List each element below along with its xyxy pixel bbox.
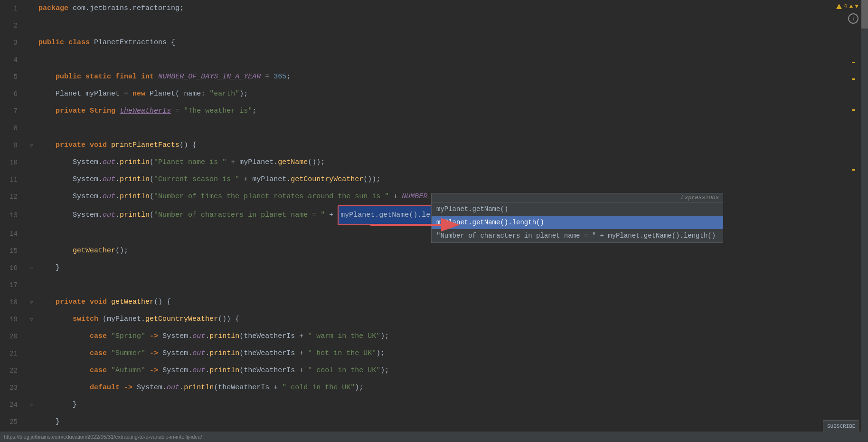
line-content-22: case "Autumn" -> System.out.println(theW… xyxy=(37,362,868,379)
line-content-21: case "Summer" -> System.out.println(theW… xyxy=(37,345,868,362)
line-16: 16 ○ } xyxy=(0,259,868,277)
red-arrow xyxy=(370,215,465,237)
line-7: 7 private String theWeatherIs = "The wea… xyxy=(0,103,868,120)
line-8: 8 xyxy=(0,120,868,137)
line-content-11: System.out.println("Current season is " … xyxy=(37,171,868,188)
warning-stripe xyxy=(858,0,861,442)
line-content-16: } xyxy=(37,259,868,277)
line-content-20: case "Spring" -> System.out.println(theW… xyxy=(37,328,868,345)
line-content-23: default -> System.out.println(theWeather… xyxy=(37,379,868,396)
line-number-12: 12 xyxy=(0,193,26,201)
autocomplete-item-3[interactable]: "Number of characters in planet name = "… xyxy=(432,229,723,242)
gutter-18: ▽ xyxy=(26,299,37,306)
line-number-23: 23 xyxy=(0,384,26,392)
warning-count-area: 4 ▲ ▼ xyxy=(836,3,859,10)
line-content-6: Planet myPlanet = new Planet( name: "ear… xyxy=(37,86,868,103)
autocomplete-item-2[interactable]: myPlanet.getName().length() xyxy=(432,216,723,229)
warning-triangle-icon xyxy=(836,4,842,9)
popup-header: Expressions xyxy=(432,193,723,202)
line-number-1: 1 xyxy=(0,5,26,12)
line-19: 19 ▽ switch (myPlanet.getCountryWeather(… xyxy=(0,311,868,328)
line-number-4: 4 xyxy=(0,56,26,64)
line-number-5: 5 xyxy=(0,73,26,81)
warn-mark-1 xyxy=(852,62,855,63)
line-number-19: 19 xyxy=(0,316,26,323)
line-21: 21 case "Summer" -> System.out.println(t… xyxy=(0,345,868,362)
subscribe-button[interactable]: SUBSCRIBE xyxy=(823,420,859,432)
line-9: 9 ▽ private void printPlanetFacts() { xyxy=(0,137,868,154)
line-5: 5 public static final int NUMBER_OF_DAYS… xyxy=(0,68,868,86)
line-22: 22 case "Autumn" -> System.out.println(t… xyxy=(0,362,868,379)
line-17: 17 xyxy=(0,277,868,294)
line-23: 23 default -> System.out.println(theWeat… xyxy=(0,379,868,396)
autocomplete-popup[interactable]: Expressions myPlanet.getName() myPlanet.… xyxy=(431,193,723,243)
line-number-15: 15 xyxy=(0,247,26,255)
line-number-16: 16 xyxy=(0,264,26,272)
warn-mark-2 xyxy=(852,78,855,80)
line-15: 15 getWeather(); xyxy=(0,242,868,259)
line-number-3: 3 xyxy=(0,39,26,47)
warning-count: 4 xyxy=(844,3,848,10)
line-6: 6 Planet myPlanet = new Planet( name: "e… xyxy=(0,86,868,103)
info-icon: i xyxy=(848,13,859,24)
line-number-13: 13 xyxy=(0,211,26,219)
warn-mark-4 xyxy=(852,169,855,171)
line-20: 20 case "Spring" -> System.out.println(t… xyxy=(0,328,868,345)
scrollbar-thumb[interactable] xyxy=(861,0,868,29)
gutter-16: ○ xyxy=(26,265,37,271)
gutter-24: ○ xyxy=(26,402,37,408)
line-11: 11 System.out.println("Current season is… xyxy=(0,171,868,188)
line-10: 10 System.out.println("Planet name is " … xyxy=(0,154,868,171)
line-number-10: 10 xyxy=(0,159,26,166)
warn-mark-3 xyxy=(852,109,855,111)
line-content-19: switch (myPlanet.getCountryWeather()) { xyxy=(37,311,868,328)
line-number-20: 20 xyxy=(0,333,26,340)
line-number-24: 24 xyxy=(0,401,26,409)
line-content-9: private void printPlanetFacts() { xyxy=(37,137,868,154)
line-18: 18 ▽ private void getWeather() { xyxy=(0,294,868,311)
line-3: 3 public class PlanetExtractions { xyxy=(0,34,868,51)
gutter-19: ▽ xyxy=(26,317,37,323)
line-number-2: 2 xyxy=(0,22,26,29)
line-number-18: 18 xyxy=(0,298,26,306)
gutter-9: ▽ xyxy=(26,143,37,149)
scrollbar[interactable] xyxy=(861,0,868,442)
line-content-10: System.out.println("Planet name is " + m… xyxy=(37,154,868,171)
autocomplete-item-1[interactable]: myPlanet.getName() xyxy=(432,202,723,216)
line-4: 4 xyxy=(0,51,868,68)
url-bar: https://blog.jetbrains.com/education/202… xyxy=(0,432,868,442)
line-1: 1 package com.jetbrains.refactoring; xyxy=(0,0,868,17)
line-content-15: getWeather(); xyxy=(37,242,868,259)
line-number-21: 21 xyxy=(0,350,26,357)
line-24: 24 ○ } xyxy=(0,396,868,413)
line-number-6: 6 xyxy=(0,90,26,98)
line-number-7: 7 xyxy=(0,107,26,115)
line-content-7: private String theWeatherIs = "The weath… xyxy=(37,103,868,120)
line-content-18: private void getWeather() { xyxy=(37,294,868,311)
line-number-25: 25 xyxy=(0,418,26,426)
line-content-1: package com.jetbrains.refactoring; xyxy=(37,0,868,17)
line-number-17: 17 xyxy=(0,281,26,289)
code-editor: 1 package com.jetbrains.refactoring; 2 3… xyxy=(0,0,868,442)
line-number-9: 9 xyxy=(0,142,26,149)
line-number-11: 11 xyxy=(0,176,26,183)
line-25: 25 } xyxy=(0,413,868,431)
line-number-22: 22 xyxy=(0,367,26,375)
line-content-25: } xyxy=(37,413,868,431)
line-content-24: } xyxy=(37,396,868,413)
line-number-14: 14 xyxy=(0,230,26,238)
line-number-8: 8 xyxy=(0,125,26,132)
warning-up-arrow[interactable]: ▲ xyxy=(849,3,853,10)
line-2: 2 xyxy=(0,17,868,34)
line-content-3: public class PlanetExtractions { xyxy=(37,34,868,51)
line-content-5: public static final int NUMBER_OF_DAYS_I… xyxy=(37,68,868,86)
